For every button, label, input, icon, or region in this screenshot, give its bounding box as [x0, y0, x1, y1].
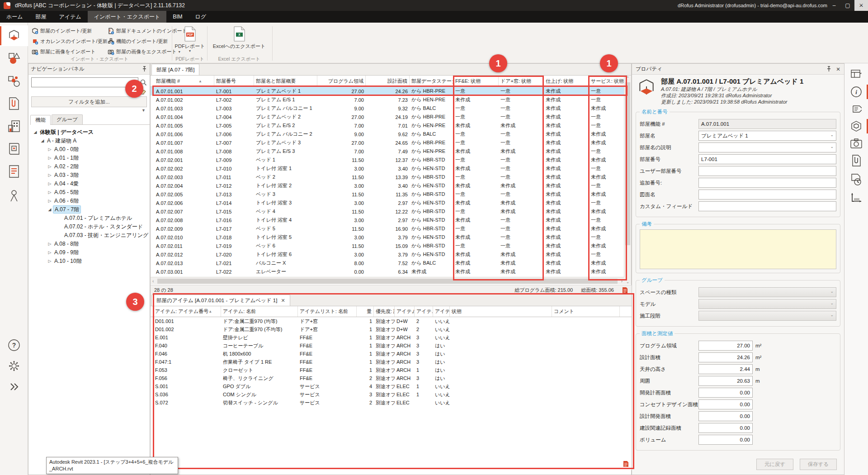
tree-node[interactable]: ▷ A.06 - 6階 [29, 196, 149, 205]
field-input[interactable]: L7-001 [698, 154, 836, 164]
minimize-button[interactable]: – [827, 0, 841, 11]
tree-node[interactable]: ▷ A.00 - 0階 [29, 145, 149, 153]
tree-node-label[interactable]: A.05 - 5階 [53, 189, 80, 196]
help-icon[interactable]: ? [0, 335, 28, 356]
column-header-item-extra1[interactable]: アイテム... [395, 306, 415, 317]
column-header-priority[interactable]: 優先度: 説... [374, 306, 395, 317]
tree-node-label[interactable]: A.10 - 10階 [53, 257, 83, 265]
tree-node[interactable]: A.07.01 - プレミアムホテル [29, 214, 149, 222]
column-header-item-extra3[interactable]: アイテ... [433, 306, 450, 317]
room-table-row[interactable]: A.07.02.013L7-021 バルコニー X8.00 7.52から BAL… [151, 259, 631, 267]
document-tab-icon[interactable] [844, 101, 868, 117]
add-filter-button[interactable]: フィルタを追加... [31, 96, 147, 107]
area-value-input[interactable]: 0.00 [698, 411, 753, 421]
search-input[interactable]: ⌄ [31, 77, 138, 87]
tree-node-label[interactable]: A.02 - 2階 [53, 163, 80, 170]
item-table-row[interactable]: F.053クローゼット FF&E1 別途オブ...ARCH 1はい [151, 366, 632, 374]
room-table-row[interactable]: A.07.01.006L7-006 プレミアム バルコニー 29.00 9.62… [151, 130, 631, 138]
history-tab-icon[interactable] [844, 172, 868, 187]
column-header-item-list-name[interactable]: アイテムリスト: 名前 [298, 306, 357, 317]
systems-module-icon[interactable] [0, 138, 28, 159]
room-table-row[interactable]: A.07.02.008L7-016 トイレ付 浴室 43.00 2.97から H… [151, 216, 631, 224]
field-dropdown[interactable] [698, 311, 836, 321]
field-dropdown[interactable] [698, 287, 836, 297]
room-table-row[interactable]: A.07.02.002L7-010 トイレ付 浴室 13.00 3.40から H… [151, 164, 631, 173]
field-input[interactable]: プレミアムベッド 1 [698, 131, 836, 141]
field-input[interactable] [698, 201, 836, 211]
tree-expander-icon[interactable]: ◢ [39, 138, 46, 143]
reports-module-icon[interactable] [0, 161, 28, 182]
tree-node-label[interactable]: A.07.02 - ホテル・スタンダード [63, 223, 144, 230]
items-module-icon[interactable] [0, 48, 28, 69]
tree-expander-icon[interactable]: ▷ [47, 242, 53, 246]
vertical-scrollbar[interactable]: ⌃ ⌄ [624, 76, 631, 285]
attachments-tab-icon[interactable] [844, 153, 868, 168]
nav-tab[interactable]: グループ [52, 114, 83, 124]
area-value-input[interactable]: 0.00 [698, 388, 753, 398]
field-input[interactable] [698, 166, 836, 176]
tree-node-label[interactable]: A.01 - 1階 [53, 154, 80, 162]
admin-module-icon[interactable] [0, 185, 28, 206]
export-room-images-button[interactable]: 部屋の画像をエクスポート▾ [108, 47, 180, 56]
room-table-row[interactable]: A.07.02.003L7-011 ベッド 211.50 13.39から HBR… [151, 173, 631, 181]
room-items-tab[interactable]: 部屋のアイテム [A.07.01.001 - プレミアムベッド 1] ✕ [151, 294, 290, 306]
tree-node-label[interactable]: A.03 - 3階 [53, 171, 80, 179]
item-table-row[interactable]: F.046机 1800x600 FF&E1 別途オブ...ARCH 3はい [151, 350, 632, 358]
tree-expander-icon[interactable]: ◢ [32, 130, 38, 134]
tree-node-label[interactable]: A.06 - 6階 [53, 197, 80, 204]
column-header-item-extra2[interactable]: アイテ... [415, 306, 433, 317]
area-value-input[interactable]: 0.00 [698, 435, 753, 445]
room-table-row[interactable]: A.07.01.001L7-001 プレミアムベッド 127.00 24.26か… [151, 87, 631, 95]
excel-export-button[interactable]: X Excelへのエクスポート [210, 26, 269, 60]
tree-node-label[interactable]: 体験版 | データベース [38, 128, 95, 136]
column-header-item-name[interactable]: アイテム: 名前 [221, 306, 298, 317]
item-table-row[interactable]: F.056椅子、リクライニング FF&E2 別途オブ...ARCH 3はい [151, 374, 632, 382]
column-header-room-data-status[interactable]: 部屋データステータス [410, 76, 453, 86]
tree-node[interactable]: ◢ A - 建築物 A [29, 136, 149, 145]
item-table-row[interactable]: D01.002ドア:金属二重970 (不均等) ドア+窓1 別途オブ...D+W… [151, 325, 632, 333]
column-header-service-status[interactable]: サービス: 状態 [589, 76, 627, 86]
undo-button[interactable]: 元に戻す [756, 459, 793, 470]
room-table-row[interactable]: A.07.01.005L7-005 プレミアム E/S 27.00 7.01から… [151, 121, 631, 130]
column-header-designed-area[interactable]: 設計面積 [366, 76, 410, 86]
nav-tab[interactable]: 機能 [30, 115, 51, 125]
column-header-status[interactable]: 状態 [450, 306, 552, 317]
field-dropdown[interactable] [698, 299, 836, 309]
buildings-module-icon[interactable] [0, 116, 28, 137]
tree-expander-icon[interactable]: ◢ [47, 207, 53, 212]
column-header-quantity[interactable]: 量 [357, 306, 374, 317]
info-tab-icon[interactable]: i [844, 84, 868, 100]
scrollbar-thumb[interactable] [157, 279, 617, 284]
column-header-function-number[interactable]: 部屋機能 #▲ [154, 76, 214, 86]
tree-node-label[interactable]: A.08 - 8階 [53, 240, 80, 247]
menu-item[interactable]: ホーム [0, 11, 29, 23]
import-rooms-button[interactable]: 部屋のインポート/更新 [32, 26, 92, 35]
menu-item[interactable]: 部屋 [29, 11, 53, 23]
tree-expander-icon[interactable]: ▷ [47, 181, 53, 186]
close-panel-icon[interactable]: ✕ [836, 66, 840, 72]
panel-layout-icon[interactable] [844, 66, 868, 81]
tree-node[interactable]: A.07.02 - ホテル・スタンダード [29, 222, 149, 231]
tree-node-label[interactable]: A.00 - 0階 [53, 146, 80, 153]
tree-expander-icon[interactable]: ▷ [47, 173, 53, 177]
tree-node-label[interactable]: A.09 - 9階 [53, 249, 80, 256]
expand-sidebar-chevrons-icon[interactable] [0, 376, 28, 397]
measurements-tab-icon[interactable] [844, 190, 868, 205]
maximize-button[interactable]: ▢ [841, 0, 854, 11]
room-table-row[interactable]: A.07.02.009L7-017 ベッド 511.50 16.90から HBR… [151, 224, 631, 233]
item-table-row[interactable]: S.036COM シングル サービス3 別途オブ...ELEC 1いいえ [151, 390, 632, 399]
import-functions-button[interactable]: 機能のインポート/更新 [108, 37, 168, 46]
rooms-module-icon[interactable] [0, 25, 28, 46]
field-input[interactable] [698, 178, 836, 188]
bim-model-tab-icon[interactable] [844, 119, 868, 134]
tree-node[interactable]: ◢ A.07 - 7階 [29, 205, 149, 214]
tree-node-label[interactable]: A.04 - 4愛 [53, 180, 80, 187]
item-table-row[interactable]: E.001壁掛テレビ FF&E1 別途オブ...ARCH 3いいえ [151, 333, 632, 342]
column-header-ffe-status[interactable]: FF&E: 状態 [453, 76, 499, 86]
area-value-input[interactable]: 0.00 [698, 423, 753, 433]
rooms-tab[interactable]: 部屋 [A.07 - 7階] [151, 64, 199, 75]
area-value-input[interactable]: 2.44 [698, 364, 753, 374]
room-table-row[interactable]: A.07.01.004L7-004 プレミアムベッド 227.00 24.19か… [151, 113, 631, 121]
column-header-room-name[interactable]: 部屋名と部屋概要 [254, 76, 317, 86]
documents-module-icon[interactable] [0, 93, 28, 114]
